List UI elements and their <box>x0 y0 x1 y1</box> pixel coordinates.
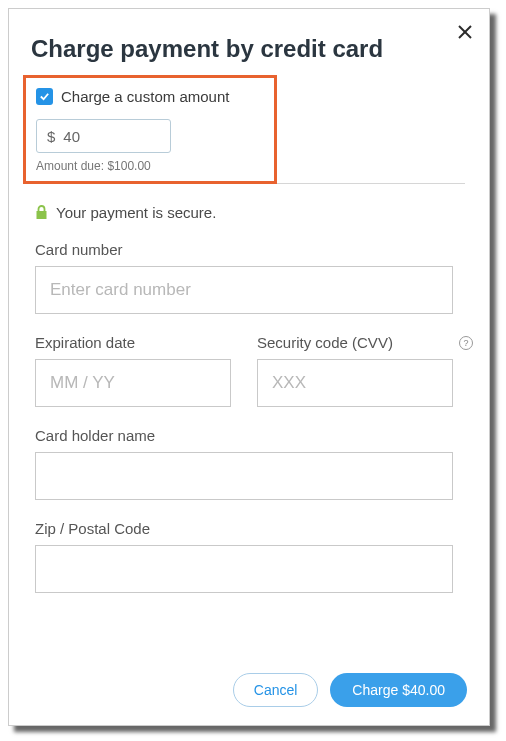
card-number-group: Card number <box>35 241 453 314</box>
modal-title: Charge payment by credit card <box>9 9 489 75</box>
charge-button[interactable]: Charge $40.00 <box>330 673 467 707</box>
cvv-input[interactable] <box>257 359 453 407</box>
card-holder-group: Card holder name <box>35 427 453 500</box>
currency-symbol: $ <box>47 128 55 145</box>
close-icon <box>457 24 473 40</box>
lock-icon <box>35 205 48 220</box>
cvv-label: Security code (CVV) <box>257 334 453 351</box>
custom-amount-checkbox[interactable] <box>36 88 53 105</box>
zip-label: Zip / Postal Code <box>35 520 453 537</box>
amount-due-text: Amount due: $100.00 <box>36 159 264 173</box>
payment-modal: Charge payment by credit card Charge a c… <box>8 8 490 726</box>
modal-footer: Cancel Charge $40.00 <box>233 673 467 707</box>
card-number-label: Card number <box>35 241 453 258</box>
zip-group: Zip / Postal Code <box>35 520 453 593</box>
secure-notice: Your payment is secure. <box>35 204 453 221</box>
close-button[interactable] <box>457 23 475 41</box>
expiration-input[interactable] <box>35 359 231 407</box>
secure-text: Your payment is secure. <box>56 204 216 221</box>
card-number-input[interactable] <box>35 266 453 314</box>
cancel-button[interactable]: Cancel <box>233 673 319 707</box>
help-icon[interactable]: ? <box>459 336 473 350</box>
svg-rect-2 <box>37 211 47 219</box>
card-holder-label: Card holder name <box>35 427 453 444</box>
cvv-group: Security code (CVV) ? <box>257 334 453 407</box>
card-holder-input[interactable] <box>35 452 453 500</box>
payment-form: Your payment is secure. Card number Expi… <box>9 184 489 631</box>
custom-amount-checkbox-row: Charge a custom amount <box>36 88 264 105</box>
amount-input[interactable] <box>63 128 153 145</box>
custom-amount-label: Charge a custom amount <box>61 88 229 105</box>
zip-input[interactable] <box>35 545 453 593</box>
amount-input-wrapper: $ <box>36 119 171 153</box>
custom-amount-section: Charge a custom amount $ Amount due: $10… <box>23 75 277 184</box>
exp-cvv-row: Expiration date Security code (CVV) ? <box>35 334 453 407</box>
expiration-label: Expiration date <box>35 334 231 351</box>
expiration-group: Expiration date <box>35 334 231 407</box>
checkmark-icon <box>39 91 50 102</box>
